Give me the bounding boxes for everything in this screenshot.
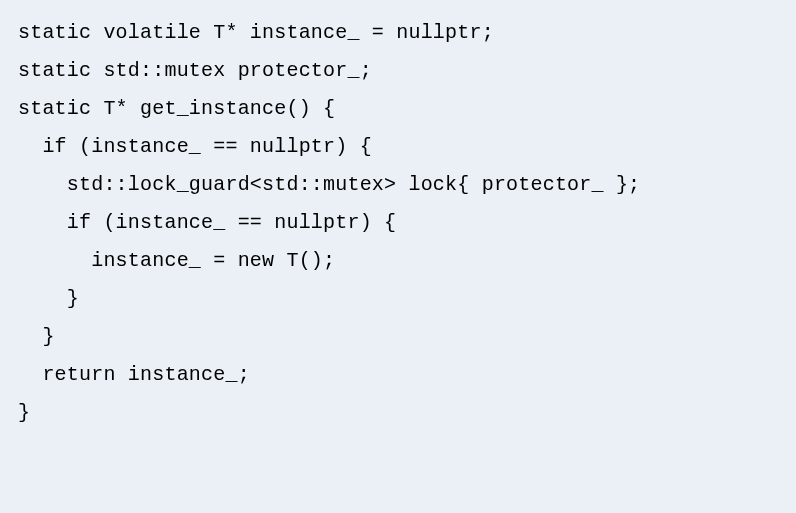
- code-line: }: [18, 394, 778, 432]
- code-line: if (instance_ == nullptr) {: [18, 128, 778, 166]
- code-line: instance_ = new T();: [18, 242, 778, 280]
- code-line: }: [18, 318, 778, 356]
- code-line: static volatile T* instance_ = nullptr;: [18, 14, 778, 52]
- code-block: static volatile T* instance_ = nullptr; …: [18, 14, 778, 432]
- code-line: }: [18, 280, 778, 318]
- code-line: static std::mutex protector_;: [18, 52, 778, 90]
- code-line: return instance_;: [18, 356, 778, 394]
- code-line: std::lock_guard<std::mutex> lock{ protec…: [18, 166, 778, 204]
- code-line: static T* get_instance() {: [18, 90, 778, 128]
- code-line: if (instance_ == nullptr) {: [18, 204, 778, 242]
